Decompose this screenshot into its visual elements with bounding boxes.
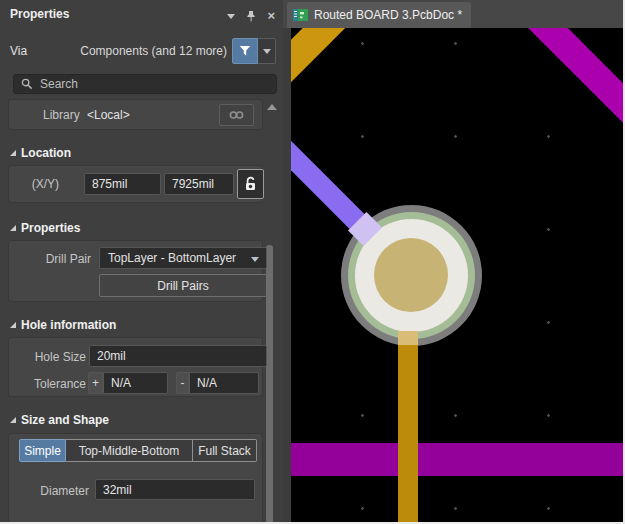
app-window: Properties × Via Components (and 12 more…	[0, 0, 625, 524]
library-link-button[interactable]	[219, 104, 254, 126]
filter-scope-label[interactable]: Components (and 12 more)	[80, 44, 227, 58]
panel-title: Properties	[10, 7, 69, 21]
library-group: Library <Local>	[8, 99, 263, 130]
shape-mode-segmented-control: Simple Top-Middle-Bottom Full Stack	[19, 439, 257, 462]
link-icon	[229, 110, 244, 120]
section-header-location[interactable]: Location	[10, 145, 71, 161]
drill-pairs-button[interactable]: Drill Pairs	[99, 274, 267, 297]
filter-button[interactable]	[232, 38, 258, 64]
section-header-properties[interactable]: Properties	[10, 220, 80, 236]
mode-full-stack-button[interactable]: Full Stack	[193, 439, 257, 462]
library-value: <Local>	[87, 108, 130, 122]
pcb-document-icon	[293, 9, 308, 21]
scrollbar-thumb[interactable]	[266, 245, 273, 524]
pin-icon[interactable]	[246, 10, 256, 23]
tolerance-minus-prefix: -	[176, 372, 189, 394]
chevron-down-icon	[263, 49, 271, 54]
diameter-label: Diameter	[21, 484, 89, 498]
hole-size-field[interactable]	[89, 345, 267, 367]
chevron-down-icon	[251, 257, 259, 262]
object-type-label: Via	[10, 44, 27, 58]
diameter-field[interactable]	[95, 479, 255, 500]
section-header-size-and-shape[interactable]: Size and Shape	[10, 412, 109, 428]
panel-header: Properties ×	[0, 0, 283, 28]
filter-dropdown-button[interactable]	[258, 38, 276, 64]
close-icon[interactable]: ×	[267, 10, 275, 22]
xy-label: (X/Y)	[19, 177, 59, 191]
y-coordinate-field[interactable]	[164, 173, 234, 195]
tolerance-label: Tolerance	[19, 377, 86, 391]
collapse-triangle-icon	[10, 225, 16, 231]
filter-icon	[239, 45, 251, 57]
trace-orange-vertical[interactable]	[398, 345, 418, 522]
trace-magenta-horizontal[interactable]	[291, 443, 623, 476]
via-hole[interactable]	[374, 238, 448, 312]
panel-splitter[interactable]	[283, 28, 291, 522]
drill-pair-label: Drill Pair	[21, 252, 91, 266]
drill-pair-dropdown[interactable]: TopLayer - BottomLayer	[99, 247, 267, 269]
location-group: (X/Y)	[8, 165, 263, 203]
library-label: Library	[43, 108, 80, 122]
lock-open-icon	[244, 176, 257, 192]
object-type-row: Via Components (and 12 more)	[0, 38, 283, 64]
document-tab-title: Routed BOARD 3.PcbDoc *	[314, 8, 462, 22]
x-coordinate-field[interactable]	[84, 173, 161, 195]
collapse-triangle-icon	[10, 417, 16, 423]
properties-group: Drill Pair TopLayer - BottomLayer Drill …	[8, 240, 263, 302]
document-tab[interactable]: Routed BOARD 3.PcbDoc *	[287, 2, 471, 28]
chevron-down-icon[interactable]	[227, 14, 235, 19]
tolerance-plus-field[interactable]	[103, 372, 168, 394]
hole-information-group: Hole Size Tolerance + -	[8, 337, 263, 397]
mode-top-middle-bottom-button[interactable]: Top-Middle-Bottom	[66, 439, 193, 462]
search-box[interactable]	[13, 74, 277, 94]
tolerance-minus-field[interactable]	[189, 372, 259, 394]
panel-header-icons: ×	[227, 9, 275, 23]
mode-simple-button[interactable]: Simple	[19, 439, 66, 462]
collapse-triangle-icon	[10, 150, 16, 156]
section-header-hole-information[interactable]: Hole information	[10, 317, 116, 333]
properties-panel: Properties × Via Components (and 12 more…	[0, 0, 283, 524]
pcb-canvas[interactable]	[291, 28, 623, 522]
collapse-triangle-icon	[10, 322, 16, 328]
search-input[interactable]	[40, 77, 240, 91]
lock-button[interactable]	[237, 169, 264, 199]
hole-size-label: Hole Size	[19, 350, 86, 364]
tolerance-plus-prefix: +	[88, 372, 103, 394]
size-and-shape-group: Simple Top-Middle-Bottom Full Stack Diam…	[8, 433, 263, 524]
document-tab-bar: Routed BOARD 3.PcbDoc *	[283, 0, 623, 28]
trace-orange-tip-over-via[interactable]	[398, 331, 418, 345]
scroll-up-icon[interactable]	[267, 104, 277, 110]
search-icon	[21, 78, 33, 90]
